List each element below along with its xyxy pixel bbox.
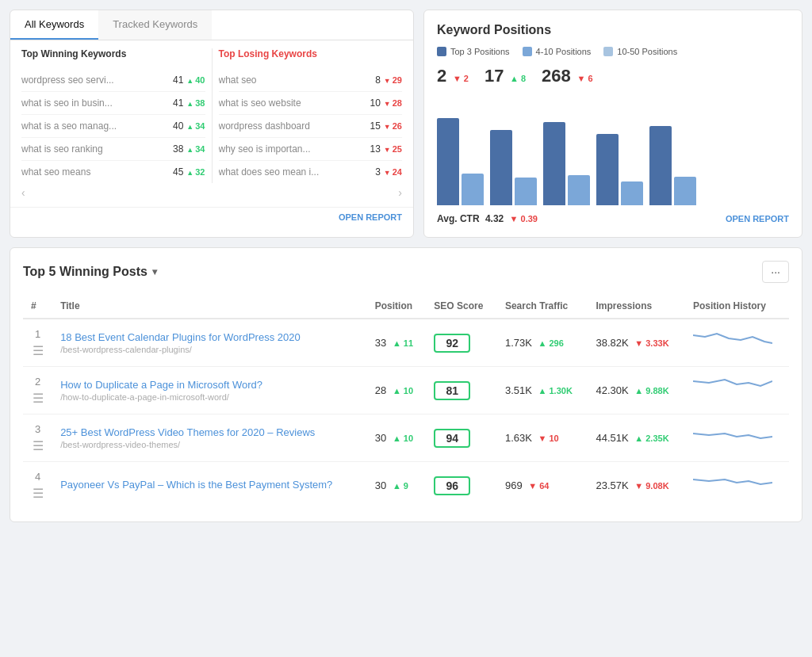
post-title-link[interactable]: 25+ Best WordPress Video Themes for 2020… (60, 426, 359, 438)
list-item: wordpress dashboard 1526 (219, 115, 403, 138)
kw-pos: 10 (370, 97, 380, 109)
avg-ctr-val: 4.32 (485, 213, 504, 224)
post-url: /best-wordpress-video-themes/ (60, 440, 359, 449)
tab-all-keywords[interactable]: All Keywords (10, 10, 98, 40)
legend-item-10-50: 10-50 Positions (603, 47, 677, 56)
kw-pos: 3 (375, 166, 381, 178)
stat-top3-change: ▼ 2 (453, 74, 469, 83)
history-cell (685, 414, 789, 462)
losing-col: Top Losing Keywords what seo 829 what is… (219, 48, 403, 183)
chevron-down-icon: ▾ (152, 266, 157, 277)
scroll-left-icon[interactable]: ‹ (21, 186, 25, 199)
impressions-value: 42.30K (596, 384, 628, 396)
table-row: 2 ☰ How to Duplicate a Page in Microsoft… (23, 367, 789, 414)
kw-pos: 45 (173, 166, 183, 178)
position-change-up: ▲ 11 (393, 338, 413, 348)
positions-open-report[interactable]: OPEN REPORT (726, 214, 789, 223)
position-change-up: ▲ 10 (393, 434, 413, 443)
kw-pos: 8 (375, 74, 381, 86)
post-doc-icon: ☰ (33, 343, 44, 358)
bar-group-4 (596, 134, 643, 205)
post-title-cell: 18 Best Event Calendar Plugins for WordP… (52, 319, 367, 367)
seo-score-cell: 81 (426, 367, 497, 414)
sparkline-chart (693, 470, 772, 498)
keywords-open-report[interactable]: OPEN REPORT (10, 207, 413, 227)
bar-group-5 (649, 126, 696, 205)
stat-4-10-change: ▲ 8 (510, 74, 526, 83)
row-num-cell: 2 ☰ (23, 367, 52, 414)
post-title-cell: Payoneer Vs PayPal – Which is the Best P… (52, 462, 367, 510)
list-item: why seo is importan... 1325 (219, 138, 403, 161)
tab-tracked-keywords[interactable]: Tracked Keywords (98, 10, 212, 40)
col-header-num: # (23, 294, 52, 319)
kw-change: 38 (186, 98, 205, 108)
posts-table: # Title Position SEO Score Search Traffi… (23, 294, 789, 509)
posts-header: Top 5 Winning Posts ▾ ··· (23, 261, 789, 283)
bar-dark (490, 130, 512, 205)
post-title-link[interactable]: Payoneer Vs PayPal – Which is the Best P… (60, 479, 359, 491)
kw-pos: 41 (173, 97, 183, 109)
kw-name: what seo (219, 74, 257, 86)
winning-header: Top Winning Keywords (21, 48, 205, 63)
col-header-position: Position (367, 294, 427, 319)
kw-name: why seo is importan... (219, 143, 311, 155)
impressions-change-up: ▲ 9.88K (634, 386, 668, 395)
kw-pos: 13 (370, 143, 380, 155)
keywords-columns: Top Winning Keywords wordpress seo servi… (21, 48, 402, 183)
position-value: 33 (375, 337, 386, 349)
kw-change: 24 (384, 167, 402, 177)
impressions-value: 38.82K (596, 337, 628, 349)
seo-score-cell: 92 (426, 319, 497, 367)
traffic-value: 969 (505, 479, 523, 491)
traffic-change-down: ▼ 10 (538, 434, 559, 443)
scroll-right-icon[interactable]: › (398, 186, 402, 199)
list-item: what is seo website 1028 (219, 92, 403, 115)
kw-pos: 38 (173, 143, 183, 155)
traffic-change-down: ▼ 64 (528, 481, 549, 491)
post-url: /best-wordpress-calendar-plugins/ (60, 345, 359, 354)
posts-title-text: Top 5 Winning Posts (23, 265, 147, 279)
post-title-link[interactable]: How to Duplicate a Page in Microsoft Wor… (60, 379, 359, 391)
impressions-value: 44.51K (596, 432, 628, 444)
row-num-cell: 4 ☰ (23, 462, 52, 510)
avg-ctr-label: Avg. CTR (437, 213, 480, 224)
legend-label-10-50: 10-50 Positions (617, 47, 677, 56)
row-number: 3 (35, 423, 40, 435)
post-title-link[interactable]: 18 Best Event Calendar Plugins for WordP… (60, 331, 359, 343)
traffic-cell: 1.63K ▼ 10 (497, 414, 588, 462)
posts-panel: Top 5 Winning Posts ▾ ··· # Title Positi… (10, 247, 802, 522)
history-cell (685, 367, 789, 414)
seo-score-badge: 81 (434, 381, 470, 400)
keywords-panel: All Keywords Tracked Keywords Top Winnin… (10, 10, 414, 238)
position-stats: 2 ▼ 2 17 ▲ 8 268 ▼ 6 (437, 66, 789, 86)
position-change-up: ▲ 9 (393, 481, 408, 491)
col-divider (212, 48, 213, 183)
legend-dot-4-10 (523, 47, 532, 56)
more-button[interactable]: ··· (762, 261, 789, 283)
legend-item-4-10: 4-10 Positions (523, 47, 592, 56)
seo-score-badge: 92 (434, 334, 470, 353)
seo-score-badge: 96 (434, 476, 470, 495)
kw-change: 40 (186, 75, 205, 85)
kw-pos: 41 (173, 74, 183, 86)
posts-title[interactable]: Top 5 Winning Posts ▾ (23, 265, 157, 279)
row-number: 1 (35, 328, 40, 340)
bar-group-3 (543, 122, 590, 205)
bar-dark (437, 118, 459, 205)
post-url: /how-to-duplicate-a-page-in-microsoft-wo… (60, 392, 359, 402)
row-number: 4 (35, 471, 40, 483)
impressions-change-down: ▼ 9.08K (634, 481, 668, 491)
bar-dark (543, 122, 565, 205)
position-cell: 33 ▲ 11 (367, 319, 427, 367)
list-item: what is seo in busin... 4138 (21, 92, 205, 115)
impressions-value: 23.57K (596, 479, 628, 491)
list-item: what is a seo manag... 4034 (21, 115, 205, 138)
legend-dot-10-50 (603, 47, 613, 56)
kw-name: what is seo in busin... (21, 97, 113, 109)
traffic-cell: 3.51K ▲ 1.30K (497, 367, 588, 414)
history-cell (685, 462, 789, 510)
kw-change: 32 (186, 167, 205, 177)
legend-label-4-10: 4-10 Positions (536, 47, 592, 56)
seo-score-badge: 94 (434, 429, 470, 448)
avg-ctr: Avg. CTR 4.32 ▼ 0.39 (437, 213, 538, 224)
